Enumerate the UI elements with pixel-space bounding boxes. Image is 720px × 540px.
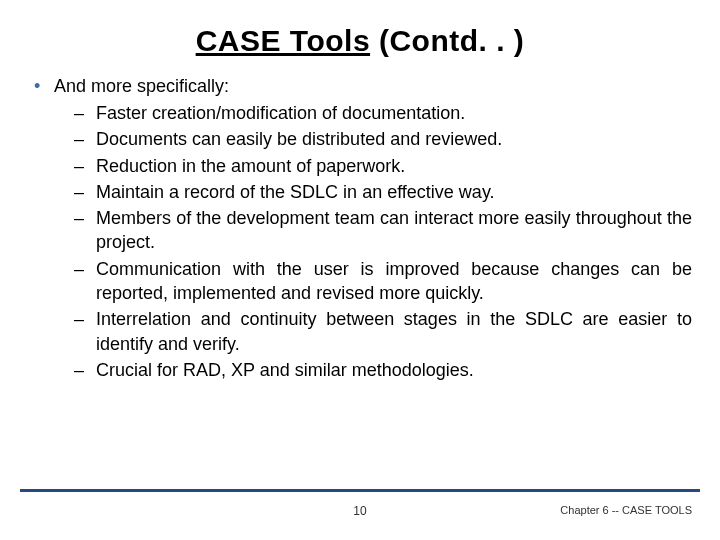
inner-list: Faster creation/modification of document… xyxy=(54,101,692,382)
list-item: Documents can easily be distributed and … xyxy=(74,127,692,151)
title-suffix: (Contd. . ) xyxy=(370,24,524,57)
lead-text: And more specifically: xyxy=(54,76,229,96)
list-item: Reduction in the amount of paperwork. xyxy=(74,154,692,178)
chapter-label: Chapter 6 -- CASE TOOLS xyxy=(560,504,692,516)
list-item: Members of the development team can inte… xyxy=(74,206,692,255)
list-item: Interrelation and continuity between sta… xyxy=(74,307,692,356)
slide-title: CASE Tools (Contd. . ) xyxy=(28,24,692,58)
slide: CASE Tools (Contd. . ) And more specific… xyxy=(0,0,720,540)
title-main: CASE Tools xyxy=(196,24,370,57)
list-item: Maintain a record of the SDLC in an effe… xyxy=(74,180,692,204)
outer-list: And more specifically: Faster creation/m… xyxy=(28,76,692,382)
footer-divider xyxy=(20,489,700,492)
list-item: Faster creation/modification of document… xyxy=(74,101,692,125)
lead-item: And more specifically: Faster creation/m… xyxy=(32,76,692,382)
list-item: Communication with the user is improved … xyxy=(74,257,692,306)
list-item: Crucial for RAD, XP and similar methodol… xyxy=(74,358,692,382)
